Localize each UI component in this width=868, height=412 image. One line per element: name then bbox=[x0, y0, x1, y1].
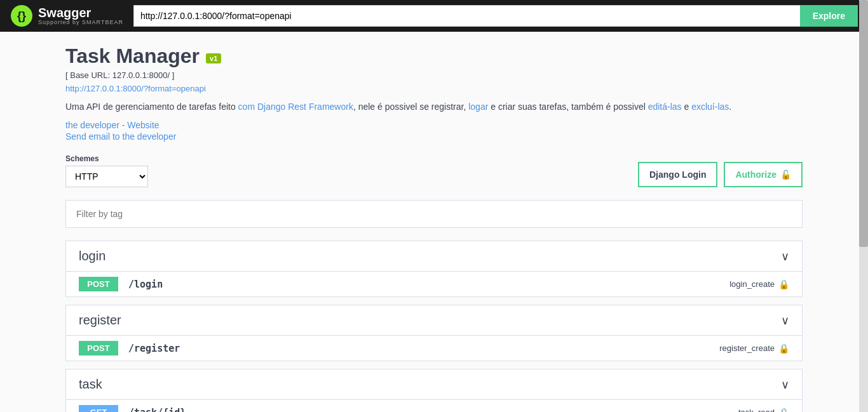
register-chevron-icon: ∨ bbox=[781, 314, 789, 328]
explore-button[interactable]: Explore bbox=[800, 5, 858, 27]
login-lock-icon: 🔒 bbox=[778, 279, 789, 289]
api-sections: login ∨ POST /login login_create 🔒 regis… bbox=[65, 241, 803, 412]
developer-email-link[interactable]: Send email to the developer bbox=[65, 131, 803, 142]
task-get-endpoint[interactable]: GET /task/{id} task_read 🔒 bbox=[66, 399, 802, 412]
filter-input[interactable] bbox=[66, 201, 802, 227]
filter-bar bbox=[65, 200, 803, 228]
register-post-badge: POST bbox=[79, 341, 118, 356]
app-links: the developer - Website Send email to th… bbox=[65, 120, 803, 142]
login-post-path: /login bbox=[128, 279, 719, 290]
django-login-button[interactable]: Django Login bbox=[638, 162, 717, 187]
task-section-title: task bbox=[79, 377, 102, 392]
register-post-endpoint[interactable]: POST /register register_create 🔒 bbox=[66, 335, 802, 361]
desc-highlight-1: com Django Rest Framework bbox=[238, 102, 353, 112]
navbar: {} Swagger Supported by SMARTBEAR Explor… bbox=[0, 0, 868, 32]
authorize-button[interactable]: Authorize 🔓 bbox=[724, 162, 803, 187]
main-content: Task Manager v1 [ Base URL: 127.0.0.1:80… bbox=[53, 32, 815, 412]
app-title: Task Manager bbox=[65, 44, 200, 68]
login-post-endpoint[interactable]: POST /login login_create 🔒 bbox=[66, 271, 802, 296]
register-section-header[interactable]: register ∨ bbox=[66, 305, 802, 335]
api-url-input[interactable] bbox=[133, 5, 800, 27]
register-post-name: register_create 🔒 bbox=[719, 343, 789, 354]
swagger-icon: {} bbox=[10, 4, 33, 27]
task-get-path: /task/{id} bbox=[128, 407, 728, 413]
authorize-lock-icon: 🔓 bbox=[780, 169, 791, 180]
auth-buttons: Django Login Authorize 🔓 bbox=[638, 162, 803, 187]
login-chevron-icon: ∨ bbox=[781, 249, 789, 263]
task-chevron-icon: ∨ bbox=[781, 378, 789, 392]
app-description: Uma API de gerenciamento de tarefas feit… bbox=[65, 100, 803, 114]
swagger-brand: Swagger Supported by SMARTBEAR bbox=[38, 6, 123, 25]
register-section-title: register bbox=[79, 313, 121, 328]
app-header: Task Manager v1 [ Base URL: 127.0.0.1:80… bbox=[65, 44, 803, 142]
api-section-task: task ∨ GET /task/{id} task_read 🔒 PUT bbox=[65, 369, 803, 412]
version-badge: v1 bbox=[206, 53, 221, 63]
svg-text:{}: {} bbox=[17, 10, 26, 22]
swagger-title: Swagger bbox=[38, 6, 123, 19]
task-get-name: task_read 🔒 bbox=[738, 408, 789, 413]
swagger-subtitle: Supported by SMARTBEAR bbox=[38, 19, 123, 25]
desc-highlight-2: logar bbox=[468, 102, 488, 112]
desc-highlight-4: excluí-las bbox=[691, 102, 729, 112]
developer-website-link[interactable]: the developer - Website bbox=[65, 120, 803, 130]
schemes-section: Schemes HTTP HTTPS bbox=[65, 154, 148, 187]
login-section-title: login bbox=[79, 249, 105, 263]
base-url-text: [ Base URL: 127.0.0.1:8000/ ] bbox=[65, 70, 803, 80]
scrollbar[interactable] bbox=[859, 0, 868, 412]
login-post-name: login_create 🔒 bbox=[729, 279, 789, 289]
register-post-path: /register bbox=[128, 343, 709, 354]
url-bar: Explore bbox=[133, 5, 858, 27]
desc-highlight-3: editá-las bbox=[648, 102, 682, 112]
login-post-badge: POST bbox=[79, 277, 118, 291]
schemes-label: Schemes bbox=[65, 154, 148, 163]
schemes-select[interactable]: HTTP HTTPS bbox=[65, 166, 148, 187]
api-section-register: register ∨ POST /register register_creat… bbox=[65, 305, 803, 361]
api-section-login: login ∨ POST /login login_create 🔒 bbox=[65, 241, 803, 297]
controls-row: Schemes HTTP HTTPS Django Login Authoriz… bbox=[65, 154, 803, 187]
authorize-label: Authorize bbox=[735, 169, 776, 180]
task-get-badge: GET bbox=[79, 405, 118, 412]
swagger-logo: {} Swagger Supported by SMARTBEAR bbox=[10, 4, 123, 27]
scrollbar-thumb[interactable] bbox=[859, 0, 868, 247]
task-lock-icon: 🔒 bbox=[778, 408, 789, 413]
login-section-header[interactable]: login ∨ bbox=[66, 241, 802, 271]
base-url-link[interactable]: http://127.0.0.1:8000/?format=openapi bbox=[65, 84, 206, 93]
register-lock-icon: 🔒 bbox=[778, 343, 789, 354]
app-title-row: Task Manager v1 bbox=[65, 44, 803, 68]
task-section-header[interactable]: task ∨ bbox=[66, 369, 802, 399]
